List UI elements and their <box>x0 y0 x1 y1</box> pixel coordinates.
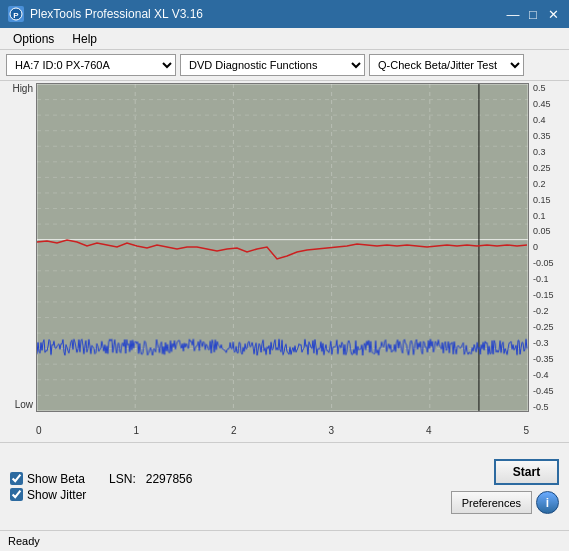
y-right-0.3: 0.3 <box>533 147 546 157</box>
x-label-2: 2 <box>231 425 237 436</box>
x-label-5: 5 <box>523 425 529 436</box>
y-right-0.45: 0.45 <box>533 99 551 109</box>
bottom-right: Start Preferences i <box>451 459 559 514</box>
y-right-neg0.05: -0.05 <box>533 258 554 268</box>
start-button[interactable]: Start <box>494 459 559 485</box>
x-label-4: 4 <box>426 425 432 436</box>
y-right-neg0.15: -0.15 <box>533 290 554 300</box>
y-right-0.2: 0.2 <box>533 179 546 189</box>
y-right-0.5: 0.5 <box>533 83 546 93</box>
y-right-0: 0 <box>533 242 538 252</box>
close-button[interactable]: ✕ <box>545 6 561 22</box>
titlebar-buttons: — □ ✕ <box>505 6 561 22</box>
y-right-0.1: 0.1 <box>533 211 546 221</box>
menubar: Options Help <box>0 28 569 50</box>
app-title: PlexTools Professional XL V3.16 <box>30 7 203 21</box>
y-right-neg0.35: -0.35 <box>533 354 554 364</box>
maximize-button[interactable]: □ <box>525 6 541 22</box>
x-axis-labels: 0 1 2 3 4 5 <box>36 425 529 436</box>
show-jitter-row: Show Jitter <box>10 488 192 502</box>
y-label-low: Low <box>15 399 33 410</box>
show-jitter-label: Show Jitter <box>27 488 86 502</box>
y-right-neg0.3: -0.3 <box>533 338 549 348</box>
menu-options[interactable]: Options <box>4 29 63 49</box>
x-label-3: 3 <box>328 425 334 436</box>
y-right-0.35: 0.35 <box>533 131 551 141</box>
jitter-canvas <box>37 84 528 411</box>
prefs-info-row: Preferences i <box>451 491 559 514</box>
lsn-label: LSN: <box>109 472 136 486</box>
y-right-neg0.4: -0.4 <box>533 370 549 380</box>
test-select[interactable]: Q-Check Beta/Jitter Test <box>369 54 524 76</box>
y-right-0.15: 0.15 <box>533 195 551 205</box>
y-right-neg0.45: -0.45 <box>533 386 554 396</box>
show-beta-label: Show Beta <box>27 472 85 486</box>
y-right-neg0.5: -0.5 <box>533 402 549 412</box>
y-label-high: High <box>12 83 33 94</box>
show-beta-row: Show Beta LSN: 2297856 <box>10 472 192 486</box>
lsn-value: 2297856 <box>146 472 193 486</box>
y-right-0.25: 0.25 <box>533 163 551 173</box>
chart-area <box>36 83 529 412</box>
preferences-button[interactable]: Preferences <box>451 491 532 514</box>
x-label-1: 1 <box>133 425 139 436</box>
titlebar-left: P PlexTools Professional XL V3.16 <box>8 6 203 22</box>
function-select[interactable]: DVD Diagnostic Functions <box>180 54 365 76</box>
y-right-neg0.2: -0.2 <box>533 306 549 316</box>
minimize-button[interactable]: — <box>505 6 521 22</box>
statusbar: Ready <box>0 530 569 550</box>
y-right-0.4: 0.4 <box>533 115 546 125</box>
drive-select[interactable]: HA:7 ID:0 PX-760A <box>6 54 176 76</box>
bottom-panel: Show Beta LSN: 2297856 Show Jitter Start… <box>0 442 569 530</box>
app-icon: P <box>8 6 24 22</box>
bottom-left: Show Beta LSN: 2297856 Show Jitter <box>10 472 192 502</box>
toolbar: HA:7 ID:0 PX-760A DVD Diagnostic Functio… <box>0 50 569 81</box>
menu-help[interactable]: Help <box>63 29 106 49</box>
show-beta-checkbox[interactable] <box>10 472 23 485</box>
y-right-neg0.25: -0.25 <box>533 322 554 332</box>
status-text: Ready <box>8 535 40 547</box>
info-button[interactable]: i <box>536 491 559 514</box>
y-right-neg0.1: -0.1 <box>533 274 549 284</box>
titlebar: P PlexTools Professional XL V3.16 — □ ✕ <box>0 0 569 28</box>
x-label-0: 0 <box>36 425 42 436</box>
svg-text:P: P <box>13 11 19 20</box>
show-jitter-checkbox[interactable] <box>10 488 23 501</box>
y-right-0.05: 0.05 <box>533 226 551 236</box>
